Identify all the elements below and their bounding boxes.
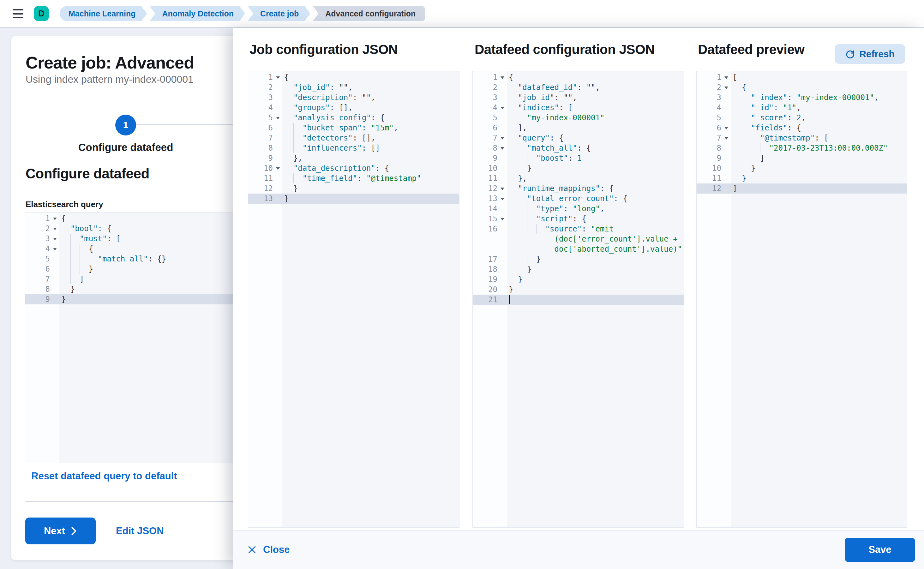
code-line: 13 "total_error_count": {: [473, 193, 683, 204]
code-line: 14 "type": "long",: [473, 204, 683, 214]
code-line: doc['aborted_count'].value)": [473, 244, 683, 254]
flyout-footer: Close Save: [233, 530, 924, 569]
index-pattern-subtitle: Using index pattern my-index-000001: [26, 74, 193, 85]
breadcrumb-anomaly-detection[interactable]: Anomaly Detection: [150, 6, 245, 21]
code-line: 5 "my-index-000001": [473, 113, 683, 123]
fold-arrow-icon[interactable]: [725, 137, 728, 140]
fold-arrow-icon[interactable]: [725, 87, 728, 89]
code-line: 5 "_score": 2,: [697, 113, 907, 123]
breadcrumb-machine-learning[interactable]: Machine Learning: [60, 6, 147, 21]
code-line: (doc['error_count'].value +: [473, 234, 683, 244]
datafeed-configuration-editor[interactable]: 1{2 "datafeed_id": "",3 "job_id": "",4 "…: [472, 71, 684, 528]
code-line: 9 ]: [697, 153, 907, 163]
fold-arrow-icon[interactable]: [725, 76, 728, 79]
code-line: 4 "_id": "1",: [697, 103, 907, 113]
fold-arrow-icon[interactable]: [276, 167, 280, 170]
code-line: 8 "influencers": []: [248, 143, 459, 153]
code-line: 2 "job_id": "",: [248, 82, 459, 93]
code-line: 16 "source": "emit: [473, 224, 683, 234]
job-configuration-heading: Job configuration JSON: [250, 42, 398, 57]
code-line: 4 {: [25, 244, 251, 254]
code-line: 9 },: [248, 153, 459, 163]
top-navigation-bar: D Machine Learning Anomaly Detection Cre…: [0, 0, 924, 28]
elasticsearch-query-label: Elasticsearch query: [26, 199, 103, 209]
code-line: 9 "boost": 1: [473, 153, 683, 163]
code-line: 2 "datafeed_id": "",: [473, 82, 683, 93]
fold-arrow-icon[interactable]: [501, 198, 504, 200]
code-line: 10 }: [473, 163, 683, 173]
code-line: 21: [473, 295, 683, 305]
code-line: 6 ],: [473, 123, 683, 133]
code-line: 8 }: [25, 284, 251, 294]
job-configuration-editor[interactable]: 1{2 "job_id": "",3 "description": "",4 "…: [248, 71, 460, 528]
text-cursor: [509, 295, 510, 304]
fold-arrow-icon[interactable]: [276, 117, 280, 119]
create-job-wizard-panel: Create job: Advanced Using index pattern…: [11, 36, 251, 560]
code-line: 18 }: [473, 264, 683, 274]
code-line: 6 "fields": {: [697, 123, 907, 133]
code-line: 9}: [25, 294, 251, 304]
breadcrumb: Machine Learning Anomaly Detection Creat…: [60, 6, 425, 21]
page: { "topbar": { "avatar_label": "D", "brea…: [0, 0, 924, 569]
reset-datafeed-query-link[interactable]: Reset datafeed query to default: [31, 470, 177, 482]
fold-arrow-icon[interactable]: [501, 107, 504, 109]
code-line: 2 {: [697, 82, 907, 93]
fold-arrow-icon[interactable]: [53, 248, 57, 250]
fold-arrow-icon[interactable]: [501, 187, 504, 190]
breadcrumb-create-job[interactable]: Create job: [248, 6, 310, 21]
fold-arrow-icon[interactable]: [501, 218, 504, 221]
menu-icon[interactable]: [13, 9, 23, 18]
code-line: 1[: [697, 72, 907, 82]
next-button-label: Next: [44, 525, 65, 537]
code-line: 8 "2017-03-23T13:00:00.000Z": [697, 143, 907, 153]
fold-arrow-icon[interactable]: [501, 76, 504, 79]
code-line: 8 "match_all": {: [473, 143, 683, 153]
fold-arrow-icon[interactable]: [501, 147, 504, 150]
chevron-right-icon: [71, 527, 77, 535]
code-line: 1{: [473, 72, 683, 82]
edit-json-flyout: Job configuration JSON Datafeed configur…: [233, 28, 924, 569]
step-1-indicator[interactable]: 1: [115, 115, 136, 135]
code-line: 2 "bool": {: [25, 224, 251, 234]
code-line: 11 "time_field": "@timestamp": [248, 173, 459, 183]
code-line: 3 "job_id": "",: [473, 93, 683, 103]
code-line: 19 }: [473, 274, 683, 284]
fold-arrow-icon[interactable]: [53, 218, 57, 220]
save-button[interactable]: Save: [845, 538, 915, 562]
code-line: 1{: [248, 72, 459, 82]
datafeed-preview-editor[interactable]: 1[2 {3 "_index": "my-index-000001",4 "_i…: [696, 71, 907, 528]
code-line: 15 "script": {: [473, 214, 683, 224]
section-heading: Configure datafeed: [26, 166, 149, 181]
elasticsearch-query-editor[interactable]: 1{2 "bool": {3 "must": [4 {5 "match_all"…: [25, 212, 251, 463]
fold-arrow-icon[interactable]: [53, 228, 57, 230]
code-line: 7 "@timestamp": [: [697, 133, 907, 143]
code-line: 12 }: [248, 183, 459, 193]
breadcrumb-advanced-configuration: Advanced configuration: [313, 6, 425, 21]
datafeed-preview-heading: Datafeed preview: [698, 42, 804, 57]
code-line: 6 }: [25, 264, 251, 274]
page-title: Create job: Advanced: [26, 53, 194, 72]
code-line: 4 "indices": [: [473, 103, 683, 113]
fold-arrow-icon[interactable]: [53, 238, 57, 240]
code-line: 1{: [25, 213, 251, 224]
fold-arrow-icon[interactable]: [501, 137, 504, 140]
code-line: 7 "query": {: [473, 133, 683, 143]
code-line: 7 ]: [25, 274, 251, 284]
close-icon: [248, 546, 256, 554]
code-line: 3 "description": "",: [248, 93, 459, 103]
avatar[interactable]: D: [34, 6, 49, 21]
fold-arrow-icon[interactable]: [276, 76, 280, 79]
refresh-button[interactable]: Refresh: [835, 44, 905, 64]
code-line: 6 "bucket_span": "15m",: [248, 123, 459, 133]
code-line: 12 "runtime_mappings": {: [473, 183, 683, 193]
code-line: 17 }: [473, 254, 683, 264]
code-line: 10 }: [697, 163, 907, 173]
step-1-label: Configure datafeed: [62, 141, 189, 154]
refresh-button-label: Refresh: [859, 49, 895, 59]
close-button[interactable]: Close: [248, 544, 289, 555]
edit-json-link[interactable]: Edit JSON: [116, 517, 164, 545]
next-button[interactable]: Next: [25, 517, 96, 545]
code-line: 11 }: [697, 173, 907, 183]
fold-arrow-icon[interactable]: [725, 127, 728, 129]
refresh-icon: [845, 49, 855, 59]
